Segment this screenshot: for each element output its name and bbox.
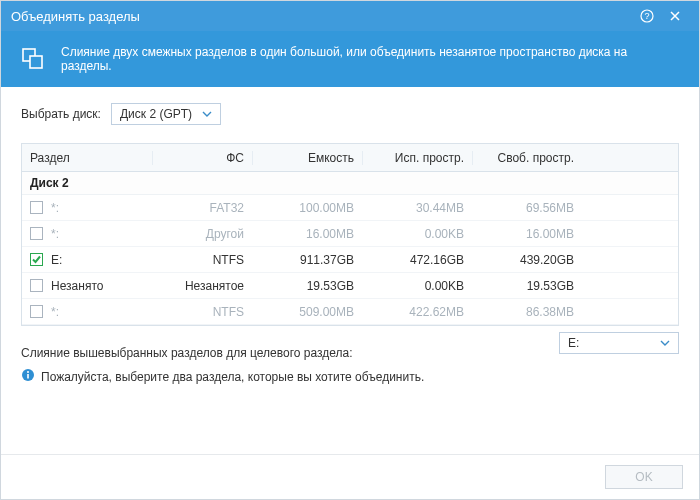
merge-target-value: E: (568, 336, 579, 350)
check-icon (31, 254, 42, 265)
window-title: Объединять разделы (11, 9, 633, 24)
hint-row: Пожалуйста, выберите два раздела, которы… (21, 368, 679, 385)
row-checkbox[interactable] (30, 305, 43, 318)
ok-button-label: OK (635, 470, 652, 484)
row-checkbox[interactable] (30, 201, 43, 214)
banner-text: Слияние двух смежных разделов в один бол… (61, 45, 681, 73)
help-button[interactable]: ? (633, 6, 661, 26)
hint-text: Пожалуйста, выберите два раздела, которы… (41, 370, 424, 384)
row-checkbox[interactable] (30, 227, 43, 240)
used-cell: 0.00KB (362, 227, 472, 241)
table-row[interactable]: Незанято Незанятое 19.53GB 0.00KB 19.53G… (22, 273, 678, 299)
merge-target-label: Слияние вышевыбранных разделов для целев… (21, 346, 353, 360)
used-cell: 0.00KB (362, 279, 472, 293)
free-cell: 439.20GB (472, 253, 582, 267)
free-cell: 19.53GB (472, 279, 582, 293)
partition-table: Раздел ФС Емкость Исп. простр. Своб. про… (21, 143, 679, 326)
col-partition[interactable]: Раздел (22, 151, 152, 165)
capacity-cell: 19.53GB (252, 279, 362, 293)
fs-cell: Другой (152, 227, 252, 241)
svg-text:?: ? (644, 11, 649, 21)
partition-name: Незанято (51, 279, 103, 293)
info-banner: Слияние двух смежных разделов в один бол… (1, 31, 699, 87)
chevron-down-icon (660, 338, 670, 348)
disk-select-value: Диск 2 (GPT) (120, 107, 192, 121)
svg-point-6 (27, 371, 29, 373)
col-free[interactable]: Своб. простр. (472, 151, 582, 165)
close-icon (669, 10, 681, 22)
close-button[interactable] (661, 6, 689, 26)
col-fs[interactable]: ФС (152, 151, 252, 165)
free-cell: 86.38MB (472, 305, 582, 319)
col-used[interactable]: Исп. простр. (362, 151, 472, 165)
used-cell: 30.44MB (362, 201, 472, 215)
free-cell: 69.56MB (472, 201, 582, 215)
fs-cell: FAT32 (152, 201, 252, 215)
fs-cell: NTFS (152, 253, 252, 267)
capacity-cell: 16.00MB (252, 227, 362, 241)
used-cell: 472.16GB (362, 253, 472, 267)
fs-cell: NTFS (152, 305, 252, 319)
capacity-cell: 100.00MB (252, 201, 362, 215)
svg-rect-5 (27, 374, 29, 379)
table-header: Раздел ФС Емкость Исп. простр. Своб. про… (22, 144, 678, 172)
disk-select-row: Выбрать диск: Диск 2 (GPT) (21, 103, 679, 125)
free-cell: 16.00MB (472, 227, 582, 241)
disk-group-header: Диск 2 (22, 172, 678, 195)
info-icon (21, 368, 35, 385)
svg-rect-3 (30, 56, 42, 68)
dialog-footer: OK (1, 454, 699, 499)
row-checkbox[interactable] (30, 253, 43, 266)
ok-button[interactable]: OK (605, 465, 683, 489)
disk-select-label: Выбрать диск: (21, 107, 101, 121)
merge-target-select[interactable]: E: (559, 332, 679, 354)
partition-name: *: (51, 305, 59, 319)
help-icon: ? (640, 9, 654, 23)
chevron-down-icon (202, 109, 212, 119)
partition-name: E: (51, 253, 62, 267)
content-area: Выбрать диск: Диск 2 (GPT) Раздел ФС Емк… (1, 87, 699, 454)
fs-cell: Незанятое (152, 279, 252, 293)
used-cell: 422.62MB (362, 305, 472, 319)
table-row[interactable]: *: FAT32 100.00MB 30.44MB 69.56MB (22, 195, 678, 221)
disk-select[interactable]: Диск 2 (GPT) (111, 103, 221, 125)
partition-name: *: (51, 201, 59, 215)
titlebar: Объединять разделы ? (1, 1, 699, 31)
capacity-cell: 911.37GB (252, 253, 362, 267)
table-row[interactable]: *: NTFS 509.00MB 422.62MB 86.38MB (22, 299, 678, 325)
capacity-cell: 509.00MB (252, 305, 362, 319)
col-capacity[interactable]: Емкость (252, 151, 362, 165)
row-checkbox[interactable] (30, 279, 43, 292)
partition-name: *: (51, 227, 59, 241)
merge-partitions-icon (19, 45, 47, 73)
table-row[interactable]: E: NTFS 911.37GB 472.16GB 439.20GB (22, 247, 678, 273)
dialog-window: Объединять разделы ? Слияние двух смежны… (0, 0, 700, 500)
merge-target-row: Слияние вышевыбранных разделов для целев… (21, 326, 679, 360)
table-row[interactable]: *: Другой 16.00MB 0.00KB 16.00MB (22, 221, 678, 247)
